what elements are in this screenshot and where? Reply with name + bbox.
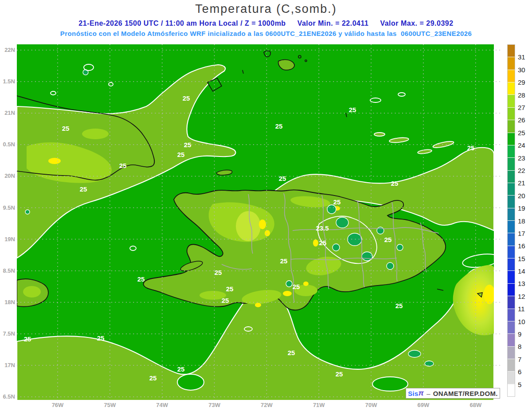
contour-label: 25 <box>215 269 222 276</box>
colorbar-tick-label: 11 <box>518 305 531 313</box>
contour-label: 25 <box>177 151 185 158</box>
contour-label: 25 <box>467 144 475 152</box>
sispi-logo-text: Sis <box>408 390 418 397</box>
lon-tick-label: 74W <box>149 402 176 408</box>
colorbar-tick-label: 6 <box>518 368 531 376</box>
colorbar-tick-label: 13 <box>518 280 531 287</box>
lon-tick-label: 76W <box>44 402 71 408</box>
colorbar-tick-label: 24 <box>518 141 531 149</box>
page-title: Temperatura (C,somb.) <box>0 2 532 16</box>
warm-patch <box>82 129 109 139</box>
colorbar-tick-label: 5 <box>518 381 531 388</box>
lat-tick-label: 21N <box>0 110 15 116</box>
colorbar-tick-label: 7 <box>518 356 531 363</box>
contour-label: 25 <box>349 106 356 114</box>
valor-min: Valor Min. = 22.0411 <box>297 20 369 27</box>
organization-label: ONAMET/REP.DOM. <box>433 390 498 397</box>
hot-spot <box>48 158 61 164</box>
colorbar-tick-label: 31 <box>518 53 531 61</box>
lat-tick-label: 19N <box>0 236 15 243</box>
lon-tick-label: 70W <box>358 402 384 408</box>
colorbar-tick-label: 18 <box>518 217 531 225</box>
colorbar-tick-label: 23 <box>518 154 531 162</box>
colorbar-segment <box>508 296 515 308</box>
forecast-datetime-line: 21-Ene-2026 1500 UTC / 11:00 am Hora Loc… <box>0 20 532 27</box>
contour-label: 25 <box>184 141 192 149</box>
weather-map-page: Temperatura (C,somb.) 21-Ene-2026 1500 U… <box>0 0 532 411</box>
datetime-text: 21-Ene-2026 1500 UTC / 11:00 am Hora Loc… <box>78 20 286 27</box>
temperature-map: 25252525252525252525252523.5252525252525… <box>17 44 505 403</box>
cool-wedge <box>372 377 408 391</box>
colorbar-segment <box>508 45 515 57</box>
colorbar-tick-label: 14 <box>518 267 531 275</box>
contour-label: 25 <box>183 94 190 102</box>
colorbar-segment <box>508 94 515 107</box>
colorbar-segment <box>508 321 515 333</box>
model-info-line: Pronóstico con el Modelo Atmósferico WRF… <box>0 30 532 37</box>
contour-label: 25 <box>149 374 157 382</box>
lon-tick-label: 69W <box>410 402 437 408</box>
contour-label: 25 <box>222 297 229 304</box>
colorbar-segment <box>508 270 515 283</box>
colorbar-segment <box>508 220 515 233</box>
contour-label: 25 <box>319 239 327 247</box>
colorbar-segment <box>508 346 515 359</box>
lat-tick-label: 1.5N <box>0 78 15 85</box>
hot-spot <box>259 219 266 229</box>
colorbar-segment <box>508 145 515 157</box>
contour-label: 25 <box>288 349 295 356</box>
colorbar-tick-label: 8 <box>518 343 531 350</box>
contour-label: 25 <box>395 302 403 309</box>
attribution-box: Sisπ–ONAMET/REP.DOM. <box>406 388 500 399</box>
contour-label: 25 <box>226 285 234 293</box>
colorbar-tick-label: 30 <box>518 66 531 74</box>
colorbar-segment <box>508 82 515 94</box>
colorbar-tick-label: 28 <box>518 91 531 99</box>
warm-patch <box>236 211 261 241</box>
colorbar-segment <box>508 208 515 220</box>
lat-tick-label: 7.5N <box>0 330 15 337</box>
lat-tick-label: 22N <box>0 47 15 53</box>
se-hot-core <box>484 285 495 304</box>
colorbar-segment <box>508 157 515 170</box>
colorbar-segment <box>508 195 515 207</box>
lon-tick-label: 68W <box>462 402 489 408</box>
contour-label: 25 <box>80 185 87 193</box>
contour-label: 25 <box>62 125 70 132</box>
pi-icon: π <box>419 389 424 398</box>
colorbar-segment <box>508 258 515 270</box>
colorbar-segment <box>508 70 515 82</box>
valor-max: Valor Max. = 29.0392 <box>380 20 453 27</box>
contour-label: 25 <box>137 275 145 283</box>
colorbar-tick-label: 22 <box>518 167 531 174</box>
contour-label: 25 <box>280 257 288 265</box>
lat-tick-label: 8.5N <box>0 267 15 274</box>
lon-tick-label: 72W <box>253 402 280 408</box>
contour-label: 25 <box>24 335 31 343</box>
hot-spot <box>265 230 270 236</box>
colorbar-segment <box>508 359 515 371</box>
colorbar-tick-label: 27 <box>518 104 531 111</box>
lat-tick-label: 20N <box>0 172 15 179</box>
contour-label: 25 <box>177 365 185 373</box>
dash-separator: – <box>424 390 433 397</box>
colorbar-segment <box>508 309 515 321</box>
colorbar-tick-label: 29 <box>518 78 531 86</box>
lon-tick-label: 73W <box>201 402 228 408</box>
warm-sliver <box>374 133 385 136</box>
contour-label: 25 <box>293 283 300 290</box>
colorbar-tick-label: 19 <box>518 204 531 212</box>
colorbar-segment <box>508 120 515 132</box>
colorbar-tick-label: 25 <box>518 129 531 137</box>
lat-tick-label: 17N <box>0 362 15 368</box>
contour-label: 25 <box>279 175 286 182</box>
colorbar-tick-label: 20 <box>518 192 531 200</box>
contour-label: 25 <box>384 236 392 243</box>
colorbar-segment <box>508 246 515 258</box>
lon-tick-label: 71W <box>305 402 332 408</box>
cool-wedge <box>177 374 204 390</box>
hot-spot <box>313 239 318 247</box>
lon-tick-label: 75W <box>97 402 123 408</box>
temperature-colorbar <box>507 44 515 397</box>
hot-spot <box>255 303 261 307</box>
